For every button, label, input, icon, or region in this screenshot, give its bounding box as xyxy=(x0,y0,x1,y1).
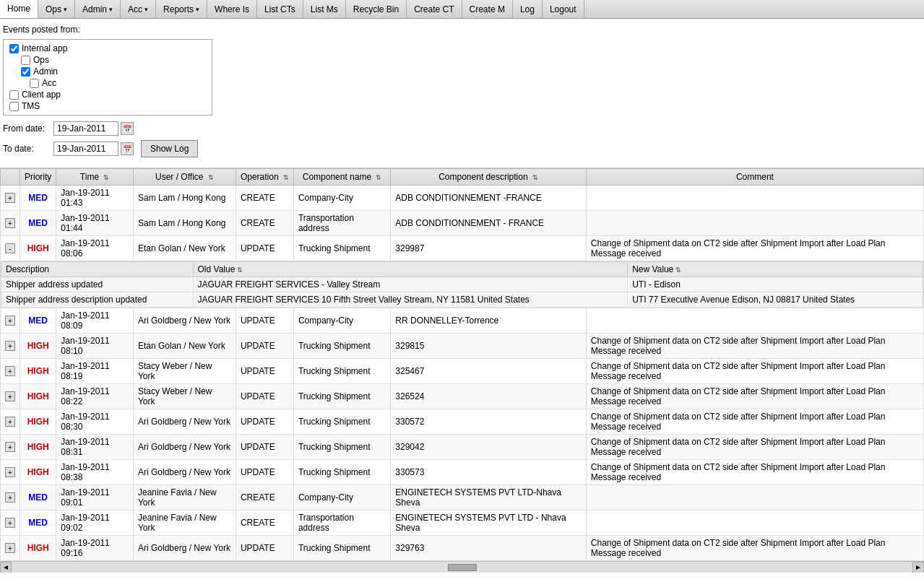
expand-button[interactable]: + xyxy=(5,467,15,477)
scroll-left-arrow[interactable]: ◄ xyxy=(0,562,12,573)
checkbox-client-app-input[interactable] xyxy=(9,90,19,100)
comment-cell xyxy=(586,308,923,334)
operation-cell: UPDATE xyxy=(236,236,293,261)
nav-home[interactable]: Home xyxy=(0,0,38,18)
priority-cell: HIGH xyxy=(20,359,56,384)
table-row: +HIGHJan-19-2011 08:10Etan Golan / New Y… xyxy=(1,334,924,359)
operation-cell: UPDATE xyxy=(236,460,293,485)
component-cell: Trucking Shipment xyxy=(293,384,390,409)
expand-button[interactable]: - xyxy=(5,243,15,253)
from-date-input[interactable] xyxy=(53,121,118,136)
old_value-sort-icon: ⇅ xyxy=(237,266,243,274)
user-sort-icon: ⇅ xyxy=(208,174,214,181)
expand-button[interactable]: + xyxy=(5,442,15,452)
col-time[interactable]: Time ⇅ xyxy=(56,169,134,186)
table-row: +MEDJan-19-2011 01:44Sam Lam / Hong Kong… xyxy=(1,211,924,236)
show-log-button[interactable]: Show Log xyxy=(141,140,198,157)
checkbox-tms-label: TMS xyxy=(22,101,40,111)
to-date-calendar-icon[interactable]: 📅 xyxy=(121,142,134,155)
priority-cell: HIGH xyxy=(20,236,56,261)
checkbox-ops[interactable]: Ops xyxy=(21,54,206,66)
to-date-input[interactable] xyxy=(53,142,118,156)
from-date-calendar-icon[interactable]: 📅 xyxy=(121,122,134,135)
checkbox-internal-app-input[interactable] xyxy=(9,44,19,53)
description-cell: 330573 xyxy=(391,460,587,485)
scroll-right-arrow[interactable]: ► xyxy=(912,562,924,573)
events-label: Events posted from: xyxy=(3,25,921,35)
nav-reports[interactable]: Reports ▾ xyxy=(156,0,207,18)
expand-button[interactable]: + xyxy=(5,518,15,528)
checkbox-admin[interactable]: Admin xyxy=(21,66,206,77)
component-cell: Company-City xyxy=(293,308,390,334)
expand-button[interactable]: + xyxy=(5,193,15,203)
time-cell: Jan-19-2011 08:30 xyxy=(56,409,134,435)
nav-list-cts[interactable]: List CTs xyxy=(257,0,303,18)
nav-admin[interactable]: Admin ▾ xyxy=(75,0,121,18)
operation-sort-icon: ⇅ xyxy=(283,174,289,181)
table-row: -HIGHJan-19-2011 08:06Etan Golan / New Y… xyxy=(1,236,924,261)
expand-button[interactable]: + xyxy=(5,218,15,228)
priority-cell: HIGH xyxy=(20,536,56,561)
nav-log[interactable]: Log xyxy=(513,0,543,18)
nav-acc[interactable]: Acc ▾ xyxy=(121,0,156,18)
priority-cell: HIGH xyxy=(20,334,56,359)
description-cell: 325467 xyxy=(391,359,587,384)
nav-list-ms[interactable]: List Ms xyxy=(303,0,346,18)
nav-where-is[interactable]: Where Is xyxy=(207,0,257,18)
checkbox-ops-input[interactable] xyxy=(21,56,30,65)
nav-create-m[interactable]: Create M xyxy=(462,0,513,18)
checkbox-tms[interactable]: TMS xyxy=(9,100,206,112)
priority-cell: MED xyxy=(20,510,56,536)
priority-cell: HIGH xyxy=(20,384,56,409)
checkbox-acc-label: Acc xyxy=(42,78,56,88)
priority-cell: MED xyxy=(20,308,56,334)
col-operation[interactable]: Operation ⇅ xyxy=(236,169,293,186)
comment-cell xyxy=(586,485,923,510)
horizontal-scrollbar[interactable]: ◄ ► xyxy=(0,561,924,573)
col-component-name[interactable]: Component name ⇅ xyxy=(293,169,390,186)
nav-ops[interactable]: Ops ▾ xyxy=(38,0,75,18)
component-cell: Trucking Shipment xyxy=(293,236,390,261)
col-component-desc[interactable]: Component description ⇅ xyxy=(391,169,587,186)
ops-arrow: ▾ xyxy=(64,6,67,13)
time-cell: Jan-19-2011 09:16 xyxy=(56,536,134,561)
expand-button[interactable]: + xyxy=(5,391,15,401)
navigation-bar: Home Ops ▾ Admin ▾ Acc ▾ Reports ▾ Where… xyxy=(0,0,924,19)
admin-arrow: ▾ xyxy=(109,6,113,13)
to-date-row: To date: 📅 Show Log xyxy=(3,140,921,157)
nav-logout[interactable]: Logout xyxy=(543,0,584,18)
nav-create-ct[interactable]: Create CT xyxy=(407,0,462,18)
user-cell: Ari Goldberg / New York xyxy=(133,409,236,435)
description-cell: ADB CONDITIONNEMENT - FRANCE xyxy=(391,211,587,236)
time-cell: Jan-19-2011 01:44 xyxy=(56,211,134,236)
checkbox-admin-label: Admin xyxy=(33,66,58,77)
expand-button[interactable]: + xyxy=(5,543,15,553)
expand-button[interactable]: + xyxy=(5,492,15,503)
to-date-label: To date: xyxy=(3,144,53,154)
priority-cell: MED xyxy=(20,211,56,236)
expand-button[interactable]: + xyxy=(5,341,15,351)
checkbox-acc[interactable]: Acc xyxy=(30,77,206,89)
description-cell: 329987 xyxy=(391,236,587,261)
table-body: +MEDJan-19-2011 01:43Sam Lam / Hong Kong… xyxy=(1,186,924,561)
expand-button[interactable]: + xyxy=(5,316,15,326)
col-priority[interactable]: Priority xyxy=(20,169,56,186)
checkbox-group: Internal app Ops Admin Acc Client app TM… xyxy=(3,39,212,116)
col-user[interactable]: User / Office ⇅ xyxy=(133,169,236,186)
expand-button[interactable]: + xyxy=(5,366,15,376)
checkbox-client-app[interactable]: Client app xyxy=(9,89,206,100)
checkbox-internal-app[interactable]: Internal app xyxy=(9,43,206,54)
table-row: +HIGHJan-19-2011 09:16Ari Goldberg / New… xyxy=(1,536,924,561)
user-cell: Ari Goldberg / New York xyxy=(133,435,236,460)
checkbox-acc-input[interactable] xyxy=(30,79,39,88)
time-cell: Jan-19-2011 09:02 xyxy=(56,510,134,536)
expand-button[interactable]: + xyxy=(5,417,15,427)
scrollbar-thumb[interactable] xyxy=(448,564,477,571)
checkbox-tms-input[interactable] xyxy=(9,102,19,111)
checkbox-admin-input[interactable] xyxy=(21,67,30,77)
component-desc-sort-icon: ⇅ xyxy=(532,174,538,181)
operation-cell: UPDATE xyxy=(236,334,293,359)
table-row: +MEDJan-19-2011 08:09Ari Goldberg / New … xyxy=(1,308,924,334)
nav-recycle-bin[interactable]: Recycle Bin xyxy=(346,0,407,18)
table-row: +HIGHJan-19-2011 08:31Ari Goldberg / New… xyxy=(1,435,924,460)
